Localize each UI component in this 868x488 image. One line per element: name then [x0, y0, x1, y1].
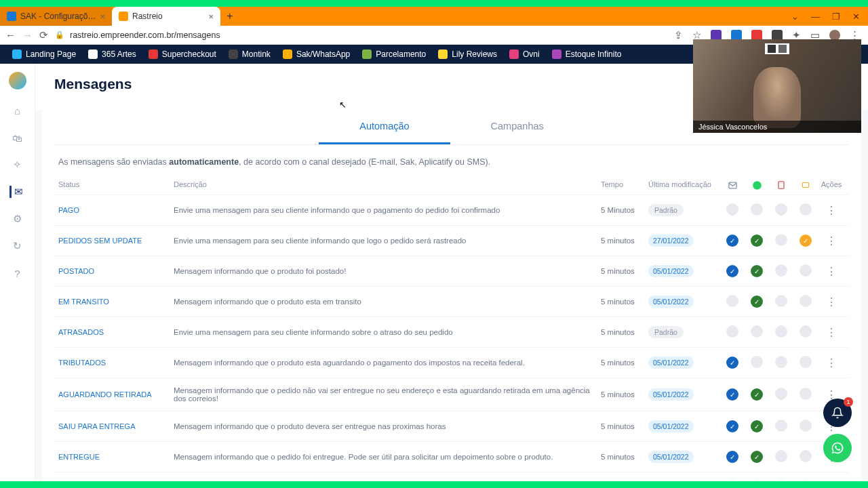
window-minimize-icon[interactable]: — — [811, 12, 820, 22]
channel-toggle-0[interactable] — [720, 203, 745, 217]
channel-toggle-2[interactable] — [769, 203, 793, 217]
window-close-icon[interactable]: ✕ — [852, 12, 860, 22]
mod-badge: 05/01/2022 — [648, 265, 694, 277]
nav-back-icon[interactable]: ← — [5, 29, 16, 41]
channel-toggle-0[interactable] — [720, 325, 745, 339]
tab-automation[interactable]: Automação — [319, 110, 450, 144]
browser-title-bar: SAK - Configurações - Inte × Rastreio × … — [0, 7, 868, 26]
channel-toggle-1[interactable]: ✓ — [745, 420, 769, 432]
video-overlay[interactable]: Jéssica Vasconcelos — [693, 39, 861, 133]
status-link[interactable]: ATRASADOS — [58, 328, 104, 336]
sidebar-star-icon[interactable]: ✧ — [12, 159, 24, 171]
channel-toggle-2[interactable] — [769, 325, 793, 339]
channel-toggle-3[interactable] — [793, 295, 818, 308]
bookmark-4[interactable]: Sak/WhatsApp — [283, 49, 350, 59]
sidebar-help-icon[interactable]: ? — [12, 267, 24, 279]
bookmark-8[interactable]: Estoque Infinito — [552, 49, 622, 59]
tab-campaigns[interactable]: Campanhas — [450, 110, 585, 144]
sidebar-bag-icon[interactable]: 🛍 — [12, 131, 24, 144]
channel-toggle-1[interactable]: ✓ — [745, 451, 769, 463]
time-cell: 5 minutos — [601, 328, 648, 336]
channel-toggle-0[interactable]: ✓ — [720, 420, 745, 432]
mod-cell: 05/01/2022 — [648, 359, 720, 367]
tab-close-1[interactable]: × — [208, 12, 214, 22]
status-link[interactable]: PAGO — [58, 206, 79, 214]
channel-toggle-2[interactable] — [769, 234, 793, 247]
channel-toggle-0[interactable]: ✓ — [720, 388, 745, 401]
row-actions-button[interactable]: ⋮ — [818, 265, 845, 278]
channel-toggle-1[interactable] — [745, 203, 769, 217]
browser-tab-0[interactable]: SAK - Configurações - Inte × — [0, 7, 112, 26]
bookmark-2[interactable]: Supercheckout — [149, 49, 216, 59]
channel-toggle-1[interactable]: ✓ — [745, 265, 769, 277]
channel-toggle-0[interactable]: ✓ — [720, 265, 745, 277]
channel-toggle-3[interactable] — [793, 325, 818, 339]
window-chevron-icon[interactable]: ⌄ — [791, 12, 799, 22]
channel-toggle-2[interactable] — [769, 356, 793, 369]
channel-toggle-3[interactable] — [793, 264, 818, 278]
bookmark-7[interactable]: Ovni — [509, 49, 540, 59]
status-link[interactable]: POSTADO — [58, 267, 94, 275]
status-link[interactable]: TRIBUTADOS — [58, 359, 106, 367]
bookmark-5[interactable]: Parcelamento — [362, 49, 426, 59]
bookmark-3[interactable]: Montink — [229, 49, 271, 59]
channel-toggle-0[interactable]: ✓ — [720, 357, 745, 369]
mod-cell: 05/01/2022 — [648, 298, 720, 306]
new-tab-button[interactable]: + — [220, 7, 239, 26]
bookmark-6[interactable]: Lily Reviews — [438, 49, 497, 59]
channel-toggle-3[interactable] — [793, 356, 818, 369]
channel-toggle-0[interactable]: ✓ — [720, 235, 745, 247]
bookmark-label-2: Supercheckout — [162, 49, 216, 59]
status-link[interactable]: PEDIDOS SEM UPDATE — [58, 237, 142, 245]
channel-toggle-3[interactable] — [793, 450, 818, 464]
channel-toggle-2[interactable] — [769, 388, 793, 401]
channel-toggle-1[interactable]: ✓ — [745, 296, 769, 308]
time-cell: 5 minutos — [601, 390, 648, 399]
float-notifications-button[interactable]: 1 — [823, 399, 852, 427]
channel-toggle-0[interactable] — [720, 295, 745, 308]
mod-cell: 05/01/2022 — [648, 267, 720, 275]
nav-reload-icon[interactable]: ⟳ — [39, 29, 48, 41]
status-link[interactable]: EM TRANSITO — [58, 298, 109, 306]
channel-toggle-1[interactable] — [745, 325, 769, 339]
channel-toggle-3[interactable] — [793, 203, 818, 217]
channel-toggle-1[interactable] — [745, 356, 769, 369]
tab-close-0[interactable]: × — [100, 12, 105, 22]
row-actions-button[interactable]: ⋮ — [818, 357, 845, 369]
desc-cell: Mensagem informando que o produto esta e… — [174, 298, 601, 306]
row-actions-button[interactable]: ⋮ — [818, 235, 845, 247]
status-link[interactable]: AGUARDANDO RETIRADA — [58, 390, 152, 399]
window-maximize-icon[interactable]: ❐ — [832, 12, 840, 22]
bookmark-1[interactable]: 365 Artes — [88, 49, 136, 59]
sidebar-home-icon[interactable]: ⌂ — [12, 104, 24, 117]
browser-tab-1[interactable]: Rastreio × — [112, 7, 220, 26]
desc-cell: Envie uma mensagem para seu cliente info… — [174, 328, 601, 336]
share-icon[interactable]: ⇪ — [674, 29, 683, 41]
row-actions-button[interactable]: ⋮ — [818, 296, 845, 308]
row-actions-button[interactable]: ⋮ — [818, 204, 845, 217]
sidebar-refresh-icon[interactable]: ↻ — [12, 240, 24, 252]
channel-toggle-3[interactable] — [793, 388, 818, 401]
channel-toggle-2[interactable] — [769, 450, 793, 464]
status-link[interactable]: SAIU PARA ENTREGA — [58, 422, 136, 430]
float-whatsapp-button[interactable] — [823, 434, 852, 462]
nav-forward-icon[interactable]: → — [22, 29, 33, 41]
channel-toggle-3[interactable] — [793, 420, 818, 433]
col-email-icon — [720, 180, 745, 190]
channel-toggle-2[interactable] — [769, 295, 793, 308]
mod-badge: 05/01/2022 — [648, 451, 694, 463]
app-logo[interactable] — [9, 72, 26, 89]
channel-toggle-2[interactable] — [769, 420, 793, 433]
sidebar-gear-icon[interactable]: ⚙ — [12, 213, 24, 225]
channel-toggle-2[interactable] — [769, 264, 793, 278]
channel-toggle-3[interactable]: ✓ — [793, 235, 818, 247]
channel-toggle-0[interactable]: ✓ — [720, 451, 745, 463]
row-actions-button[interactable]: ⋮ — [818, 326, 845, 339]
sidebar-mail-icon[interactable]: ✉ — [9, 186, 24, 198]
video-person — [753, 67, 801, 128]
url-field[interactable]: 🔒 rastreio.empreender.com.br/mensagens — [55, 30, 667, 40]
status-link[interactable]: ENTREGUE — [58, 453, 100, 461]
channel-toggle-1[interactable]: ✓ — [745, 235, 769, 247]
channel-toggle-1[interactable]: ✓ — [745, 388, 769, 401]
bookmark-0[interactable]: Landing Page — [12, 49, 76, 59]
